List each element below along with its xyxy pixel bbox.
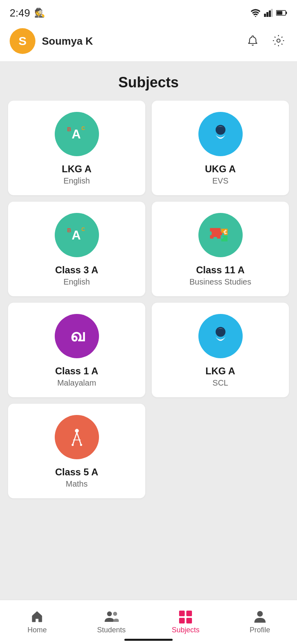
subject-card-1[interactable]: A B C LKG A English: [8, 101, 145, 195]
svg-text:A: A: [71, 228, 80, 242]
subject-name-2: EVS: [212, 176, 228, 186]
gear-icon: [272, 34, 285, 47]
nav-label-students: Students: [97, 626, 126, 634]
svg-text:B: B: [67, 126, 71, 132]
subject-class-7: Class 5 A: [55, 466, 98, 478]
subject-name-4: Business Studies: [190, 277, 251, 287]
svg-text:ഖ: ഖ: [70, 328, 85, 345]
evs-icon: [206, 120, 235, 148]
nav-label-subjects: Subjects: [172, 626, 200, 634]
svg-rect-2: [266, 12, 268, 17]
bottom-nav: Home Students Subjects Profile: [0, 600, 297, 644]
svg-line-20: [77, 433, 81, 445]
svg-rect-27: [186, 611, 192, 616]
subject-name-1: English: [64, 176, 90, 186]
subject-icon-4: [198, 213, 243, 257]
students-icon: [104, 610, 119, 623]
subject-name-6: SCL: [212, 378, 228, 388]
subject-card-3[interactable]: A B C Class 3 A English: [8, 202, 145, 296]
subject-card-6[interactable]: LKG A SCL: [152, 303, 289, 397]
header-icons: [244, 32, 287, 51]
svg-point-18: [75, 429, 78, 433]
subject-class-2: UKG A: [205, 163, 235, 175]
profile-icon: [254, 610, 266, 623]
svg-point-0: [255, 16, 256, 17]
svg-text:A: A: [71, 127, 80, 141]
status-icons: [250, 9, 287, 17]
subjects-grid: A B C LKG A English UKG A EVS: [0, 101, 297, 498]
svg-point-23: [80, 444, 82, 446]
svg-line-19: [72, 433, 77, 445]
bell-icon: [246, 34, 259, 47]
english2-icon: A B C: [63, 221, 91, 249]
subject-card-7[interactable]: Class 5 A Maths: [8, 404, 145, 498]
subject-icon-7: [55, 415, 99, 459]
home-icon: [30, 610, 44, 623]
svg-rect-29: [186, 618, 192, 623]
bottom-indicator: [124, 639, 173, 641]
scl-icon: [206, 322, 235, 350]
svg-rect-4: [271, 9, 273, 17]
subject-class-1: LKG A: [62, 163, 92, 175]
malayalam-icon: ഖ: [63, 322, 91, 350]
subject-name-5: Malayalam: [57, 378, 96, 388]
svg-point-30: [257, 611, 263, 617]
subject-name-3: English: [64, 277, 90, 287]
subject-icon-5: ഖ: [55, 314, 99, 358]
english-icon: A B C: [63, 120, 91, 148]
subjects-icon: [178, 610, 193, 623]
avatar: S: [10, 28, 35, 54]
subject-icon-3: A B C: [55, 213, 99, 257]
svg-rect-6: [286, 12, 287, 14]
subject-class-6: LKG A: [206, 365, 235, 377]
user-name: Soumya K: [42, 35, 237, 47]
svg-rect-28: [179, 618, 185, 623]
spy-icon: 🕵: [34, 8, 45, 18]
header: S Soumya K: [0, 23, 297, 61]
svg-rect-7: [277, 11, 283, 15]
nav-item-profile[interactable]: Profile: [223, 606, 297, 638]
wifi-icon: [250, 9, 261, 17]
subject-icon-2: [198, 112, 243, 156]
nav-item-students[interactable]: Students: [74, 606, 149, 638]
subject-class-3: Class 3 A: [55, 264, 98, 276]
battery-icon: [276, 10, 287, 16]
main-content: Subjects A B C LKG A English: [0, 61, 297, 600]
svg-point-24: [107, 611, 112, 616]
subject-card-2[interactable]: UKG A EVS: [152, 101, 289, 195]
bell-button[interactable]: [244, 32, 262, 51]
nav-item-subjects[interactable]: Subjects: [148, 606, 223, 638]
maths-icon: [63, 423, 91, 451]
svg-rect-1: [264, 14, 266, 17]
subject-card-5[interactable]: ഖ Class 1 A Malayalam: [8, 303, 145, 397]
svg-point-25: [113, 612, 117, 616]
signal-icon: [264, 9, 273, 17]
svg-rect-26: [179, 611, 185, 616]
subject-icon-6: [198, 314, 243, 358]
settings-button[interactable]: [270, 32, 287, 51]
svg-text:C: C: [81, 227, 85, 232]
business-icon: [206, 221, 235, 249]
nav-label-home: Home: [27, 626, 47, 634]
subject-class-4: Class 11 A: [196, 264, 245, 276]
svg-text:C: C: [81, 126, 85, 131]
subject-name-7: Maths: [66, 479, 87, 489]
svg-rect-3: [269, 10, 271, 17]
subject-icon-1: A B C: [55, 112, 99, 156]
status-time: 2:49: [10, 7, 30, 19]
nav-item-home[interactable]: Home: [0, 606, 74, 638]
subject-card-4[interactable]: Class 11 A Business Studies: [152, 202, 289, 296]
svg-text:B: B: [67, 227, 71, 233]
subject-class-5: Class 1 A: [55, 365, 98, 377]
svg-point-8: [277, 39, 280, 42]
status-bar: 2:49 🕵: [0, 0, 297, 23]
nav-label-profile: Profile: [250, 626, 270, 634]
page-title: Subjects: [0, 61, 297, 101]
svg-point-22: [71, 444, 73, 446]
